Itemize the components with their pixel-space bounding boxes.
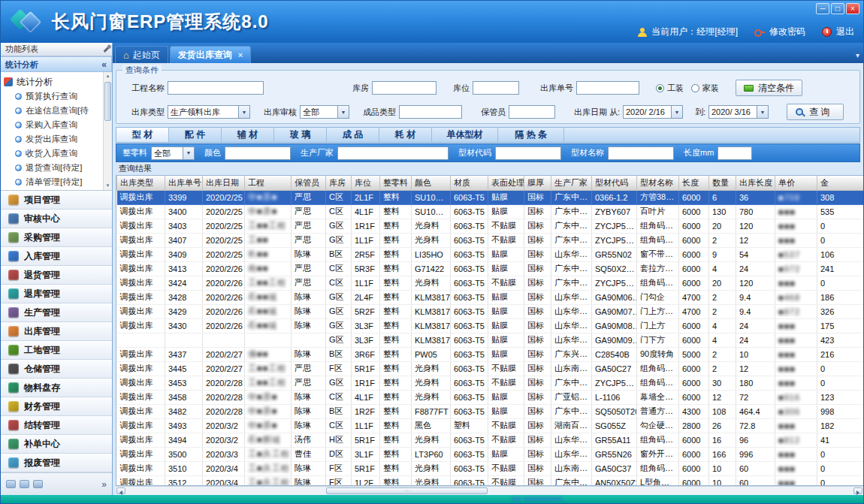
sidebar-item-outbound[interactable]: 出库管理 <box>1 322 112 341</box>
sidebar-item-sites[interactable]: 工地管理 <box>1 341 112 360</box>
tab-close-icon[interactable]: × <box>238 47 243 63</box>
table-row[interactable]: 调拨出库34302020/2/26石■■城陈琳G区3L3F整料KLM381760… <box>117 318 864 333</box>
table-row[interactable]: 调拨出库34242020/2/26工■■工程严思C区1L1F整料光身料6063-… <box>117 276 864 290</box>
minimize-button[interactable]: ─ <box>816 3 829 14</box>
table-row[interactable]: 调拨出库34932020/3/2华■原■陈琳C区1L1F整料黑色塑料不贴膜国标湖… <box>117 418 864 433</box>
tree-item[interactable]: 采购入库查询 <box>4 118 101 132</box>
sidebar-item-production[interactable]: 生产管理 <box>1 303 112 322</box>
material-tab-consumable[interactable]: 耗 材 <box>379 128 432 142</box>
material-tab-accessory[interactable]: 配 件 <box>169 128 222 142</box>
table-row[interactable]: 调拨出库34292020/2/26石■■城陈琳G区5R2F整料KLM381760… <box>117 304 864 318</box>
scroll-down-icon[interactable]: ▼ <box>104 182 112 190</box>
material-tab-glass[interactable]: 玻 璃 <box>274 128 327 142</box>
warehouse-input[interactable] <box>372 81 437 95</box>
whole-part-select[interactable]: 全部 ▼ <box>151 146 195 160</box>
tree-root[interactable]: 统计分析 <box>4 74 101 89</box>
column-header[interactable]: 数量 <box>709 176 736 190</box>
sidebar-item-stocktake[interactable]: 物料盘存 <box>1 379 112 397</box>
sidebar-item-scrap[interactable]: 报废管理 <box>1 454 112 472</box>
sidebar-section-header[interactable]: 统计分析 « <box>1 56 112 72</box>
table-row[interactable]: 调拨出库34032020/2/25工■■工程严思G区1R1F整料光身料6063-… <box>117 219 864 233</box>
sidebar-item-audit-center[interactable]: 审核中心 <box>1 210 112 228</box>
column-header[interactable]: 型材名称 <box>637 176 679 190</box>
pin-icon[interactable] <box>104 47 110 53</box>
radio-workwear[interactable] <box>656 84 664 92</box>
table-row[interactable]: 调拨出库35002020/3/3工■共工程曹佳D区3L1F整料LT3P60606… <box>117 447 864 461</box>
scroll-right-icon[interactable] <box>853 487 862 494</box>
table-row[interactable]: 调拨出库34942020/3/2石■辉城汤伟H区5R1F整料光身料6063-T5… <box>117 433 864 447</box>
table-row[interactable]: 调拨出库34282020/2/26石■■城陈琳G区2L4F整料KLM381760… <box>117 290 864 304</box>
list-view-icon[interactable] <box>20 480 29 488</box>
radio-home-decor[interactable] <box>691 84 699 92</box>
tree-scrollbar[interactable]: ▲ ▼ <box>103 72 112 190</box>
column-header[interactable]: 整零料 <box>380 176 412 190</box>
column-header[interactable]: 出库长度 <box>736 176 775 190</box>
change-password-link[interactable]: 修改密码 <box>769 26 805 38</box>
table-row[interactable]: 调拨出库34372020/2/27佛■■陈琳B区3R6F整料PW056063-T… <box>117 347 864 361</box>
column-header[interactable]: 型材代码 <box>592 176 637 190</box>
config-view-icon[interactable] <box>33 480 43 488</box>
tree-item[interactable]: 发货出库查询 <box>4 132 101 146</box>
tree-item[interactable]: 清单管理[待定] <box>4 175 101 189</box>
scroll-up-icon[interactable]: ▲ <box>104 72 112 80</box>
column-header[interactable]: 膜厚 <box>524 176 551 190</box>
table-row[interactable]: 调拨出库34092020/2/25长■■陈琳B区2R5F整料LI35HO6063… <box>117 247 864 261</box>
material-tab-product[interactable]: 成 品 <box>327 128 379 142</box>
sidebar-item-warehouse[interactable]: 仓储管理 <box>1 360 112 379</box>
column-header[interactable]: 生产厂家 <box>551 176 592 190</box>
product-type-input[interactable] <box>399 105 462 119</box>
table-row[interactable]: 调拨出库34002020/2/25华■原■严思C区4L1F整料SU10…6063… <box>117 204 864 219</box>
horizontal-scroll-thumb[interactable] <box>326 487 488 494</box>
table-row[interactable]: 调拨出库34582020/2/28华■原■陈琳C区4L1F整料光身料6063-T… <box>117 390 864 404</box>
search-button[interactable]: 查 询 <box>787 104 844 120</box>
tree-item[interactable]: 预算执行查询 <box>4 89 101 104</box>
horizontal-scrollbar[interactable] <box>116 486 863 495</box>
table-row[interactable]: 调拨出库34822020/2/28华■原■陈琳B区1R2F整料F8877FT60… <box>117 404 864 418</box>
material-tab-auxiliary[interactable]: 辅 材 <box>222 128 274 142</box>
project-name-input[interactable] <box>168 81 264 95</box>
close-button[interactable]: × <box>846 3 859 14</box>
tree-scroll-thumb[interactable] <box>104 82 111 121</box>
column-header[interactable]: 表面处理 <box>488 176 524 190</box>
sidebar-item-carryover[interactable]: 结转管理 <box>1 416 112 435</box>
column-header[interactable]: 库位 <box>352 176 380 190</box>
column-header[interactable]: 工程 <box>245 176 292 190</box>
column-header[interactable]: 保管员 <box>292 176 326 190</box>
length-input[interactable] <box>717 146 752 160</box>
sidebar-item-supplement[interactable]: 补单中心 <box>1 435 112 454</box>
outbound-audit-select[interactable]: 全部 ▼ <box>300 105 349 119</box>
column-header[interactable]: 出库类型 <box>117 176 165 190</box>
maximize-button[interactable]: □ <box>831 3 844 14</box>
tab-home[interactable]: ⌂ 起始页 <box>115 46 168 63</box>
color-input[interactable] <box>225 146 291 160</box>
table-row[interactable]: 调拨出库35122020/3/4工■共工程陈琳F区1L2F整料光身料6063-T… <box>117 475 864 486</box>
sidebar-item-inbound[interactable]: 入库管理 <box>1 247 112 266</box>
tab-shipment-outbound-query[interactable]: 发货出库查询 × <box>170 46 251 63</box>
date-to-picker[interactable]: 2020/ 3/16 ▼ <box>708 105 769 119</box>
manufacturer-input[interactable] <box>337 146 449 160</box>
tree-item[interactable]: 在途信息查询[待 <box>4 104 101 118</box>
keeper-input[interactable] <box>509 105 555 119</box>
chevron-down-icon[interactable]: ▼ <box>671 106 682 118</box>
order-no-input[interactable] <box>576 81 639 95</box>
table-row[interactable]: 调拨出库34452020/2/27工■■工程严思F区5R1F整料光身料6063-… <box>117 361 864 376</box>
collapse-icon[interactable]: « <box>101 57 107 72</box>
more-panels-icon[interactable]: » <box>101 479 107 490</box>
clear-conditions-button[interactable]: 清空条件 <box>736 80 802 96</box>
column-header[interactable]: 单价 <box>775 176 817 190</box>
chevron-down-icon[interactable]: ▼ <box>238 106 249 118</box>
column-header[interactable]: 出库单号 <box>165 176 203 190</box>
material-tab-single-profile[interactable]: 单体型材 <box>432 128 498 142</box>
sidebar-item-purchasing[interactable]: 采购管理 <box>1 228 112 247</box>
outbound-type-select[interactable]: 生产领料出库 ▼ <box>168 105 250 119</box>
sidebar-item-store-returns[interactable]: 退库管理 <box>1 285 112 303</box>
table-row[interactable]: 调拨出库33992020/2/25华■原■严思C区2L1F整料SU10…6063… <box>117 190 864 204</box>
profile-name-input[interactable] <box>608 146 674 160</box>
chevron-down-icon[interactable]: ▼ <box>757 106 768 118</box>
panel-view-icon[interactable] <box>6 480 16 488</box>
material-tab-thermal-strip[interactable]: 隔 热 条 <box>498 128 564 142</box>
column-header[interactable]: 颜色 <box>412 176 451 190</box>
tree-item[interactable]: 退货查询[待定] <box>4 161 101 175</box>
material-tab-profile[interactable]: 型 材 <box>116 128 169 142</box>
table-row[interactable]: G区3L3F整料KLM38176063-T5贴膜国标山东华…GA90M09…门下… <box>117 333 864 347</box>
